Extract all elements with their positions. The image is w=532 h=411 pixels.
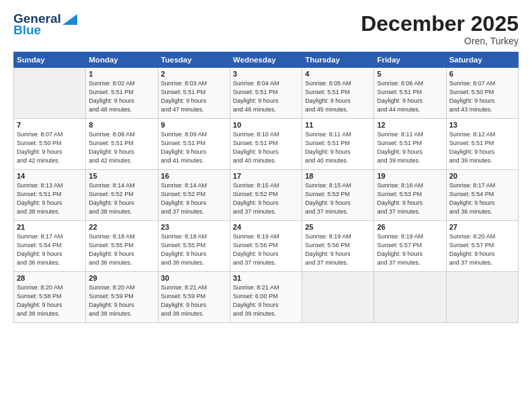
day-number: 19: [377, 172, 443, 180]
day-number: 15: [89, 172, 154, 180]
calendar-cell: 24Sunrise: 8:19 AMSunset: 5:56 PMDayligh…: [230, 221, 302, 272]
day-number: 10: [233, 121, 299, 129]
calendar-cell: 6Sunrise: 8:07 AMSunset: 5:50 PMDaylight…: [446, 68, 518, 119]
day-number: 4: [305, 70, 371, 78]
day-number: 16: [161, 172, 227, 180]
day-number: 7: [17, 121, 83, 129]
day-number: 27: [449, 223, 515, 231]
day-number: 17: [233, 172, 299, 180]
cell-content: Sunrise: 8:03 AMSunset: 5:51 PMDaylight:…: [161, 79, 227, 114]
day-number: 23: [161, 223, 227, 231]
calendar-cell: 3Sunrise: 8:04 AMSunset: 5:51 PMDaylight…: [230, 68, 302, 119]
cell-content: Sunrise: 8:20 AMSunset: 5:57 PMDaylight:…: [449, 232, 515, 267]
cell-content: Sunrise: 8:20 AMSunset: 5:59 PMDaylight:…: [89, 283, 154, 318]
calendar-cell: 15Sunrise: 8:14 AMSunset: 5:52 PMDayligh…: [86, 170, 158, 221]
calendar-cell: 29Sunrise: 8:20 AMSunset: 5:59 PMDayligh…: [86, 272, 158, 323]
cell-content: Sunrise: 8:07 AMSunset: 5:50 PMDaylight:…: [449, 79, 515, 114]
day-number: 30: [161, 274, 227, 282]
header-wednesday: Wednesday: [230, 52, 302, 68]
calendar-cell: 11Sunrise: 8:11 AMSunset: 5:51 PMDayligh…: [302, 119, 374, 170]
day-number: 2: [161, 70, 227, 78]
cell-content: Sunrise: 8:06 AMSunset: 5:51 PMDaylight:…: [377, 79, 443, 114]
cell-content: Sunrise: 8:19 AMSunset: 5:57 PMDaylight:…: [377, 232, 443, 267]
calendar-cell: 8Sunrise: 8:08 AMSunset: 5:51 PMDaylight…: [86, 119, 158, 170]
cell-content: Sunrise: 8:16 AMSunset: 5:53 PMDaylight:…: [377, 181, 443, 216]
day-number: 1: [89, 70, 154, 78]
calendar-cell: 5Sunrise: 8:06 AMSunset: 5:51 PMDaylight…: [374, 68, 446, 119]
calendar-cell: 18Sunrise: 8:15 AMSunset: 5:53 PMDayligh…: [302, 170, 374, 221]
location-subtitle: Oren, Turkey: [361, 36, 519, 46]
calendar-week-row: 7Sunrise: 8:07 AMSunset: 5:50 PMDaylight…: [14, 119, 519, 170]
header-saturday: Saturday: [446, 52, 518, 68]
calendar-cell: [302, 272, 374, 323]
cell-content: Sunrise: 8:11 AMSunset: 5:51 PMDaylight:…: [305, 130, 371, 165]
day-number: 29: [89, 274, 154, 282]
calendar-cell: 13Sunrise: 8:12 AMSunset: 5:51 PMDayligh…: [446, 119, 518, 170]
calendar-week-row: 21Sunrise: 8:17 AMSunset: 5:54 PMDayligh…: [14, 221, 519, 272]
calendar-table: SundayMondayTuesdayWednesdayThursdayFrid…: [13, 52, 519, 323]
cell-content: Sunrise: 8:13 AMSunset: 5:51 PMDaylight:…: [17, 181, 83, 216]
calendar-header-row: SundayMondayTuesdayWednesdayThursdayFrid…: [14, 52, 519, 68]
calendar-week-row: 1Sunrise: 8:02 AMSunset: 5:51 PMDaylight…: [14, 68, 519, 119]
header-thursday: Thursday: [302, 52, 374, 68]
day-number: 9: [161, 121, 227, 129]
calendar-cell: 16Sunrise: 8:14 AMSunset: 5:52 PMDayligh…: [158, 170, 230, 221]
calendar-cell: 4Sunrise: 8:05 AMSunset: 5:51 PMDaylight…: [302, 68, 374, 119]
day-number: 12: [377, 121, 443, 129]
calendar-cell: [446, 272, 518, 323]
calendar-cell: 21Sunrise: 8:17 AMSunset: 5:54 PMDayligh…: [14, 221, 86, 272]
cell-content: Sunrise: 8:07 AMSunset: 5:50 PMDaylight:…: [17, 130, 83, 165]
day-number: 20: [449, 172, 515, 180]
page-header: General Blue December 2025 Oren, Turkey: [13, 12, 519, 46]
cell-content: Sunrise: 8:09 AMSunset: 5:51 PMDaylight:…: [161, 130, 227, 165]
calendar-cell: 31Sunrise: 8:21 AMSunset: 6:00 PMDayligh…: [230, 272, 302, 323]
calendar-cell: 10Sunrise: 8:10 AMSunset: 5:51 PMDayligh…: [230, 119, 302, 170]
cell-content: Sunrise: 8:12 AMSunset: 5:51 PMDaylight:…: [449, 130, 515, 165]
calendar-cell: 19Sunrise: 8:16 AMSunset: 5:53 PMDayligh…: [374, 170, 446, 221]
svg-marker-0: [62, 14, 77, 25]
day-number: 25: [305, 223, 371, 231]
calendar-cell: 22Sunrise: 8:18 AMSunset: 5:55 PMDayligh…: [86, 221, 158, 272]
calendar-cell: 1Sunrise: 8:02 AMSunset: 5:51 PMDaylight…: [86, 68, 158, 119]
cell-content: Sunrise: 8:15 AMSunset: 5:53 PMDaylight:…: [305, 181, 371, 216]
day-number: 8: [89, 121, 154, 129]
title-block: December 2025 Oren, Turkey: [361, 12, 519, 46]
cell-content: Sunrise: 8:17 AMSunset: 5:54 PMDaylight:…: [17, 232, 83, 267]
cell-content: Sunrise: 8:11 AMSunset: 5:51 PMDaylight:…: [377, 130, 443, 165]
calendar-cell: 28Sunrise: 8:20 AMSunset: 5:58 PMDayligh…: [14, 272, 86, 323]
header-friday: Friday: [374, 52, 446, 68]
header-monday: Monday: [86, 52, 158, 68]
calendar-cell: 23Sunrise: 8:18 AMSunset: 5:55 PMDayligh…: [158, 221, 230, 272]
calendar-cell: 14Sunrise: 8:13 AMSunset: 5:51 PMDayligh…: [14, 170, 86, 221]
calendar-week-row: 28Sunrise: 8:20 AMSunset: 5:58 PMDayligh…: [14, 272, 519, 323]
calendar-cell: [374, 272, 446, 323]
day-number: 22: [89, 223, 154, 231]
day-number: 28: [17, 274, 83, 282]
day-number: 18: [305, 172, 371, 180]
day-number: 24: [233, 223, 299, 231]
day-number: 13: [449, 121, 515, 129]
cell-content: Sunrise: 8:21 AMSunset: 6:00 PMDaylight:…: [233, 283, 299, 318]
header-tuesday: Tuesday: [158, 52, 230, 68]
day-number: 6: [449, 70, 515, 78]
logo-text-blue: Blue: [13, 24, 41, 38]
day-number: 3: [233, 70, 299, 78]
calendar-cell: 9Sunrise: 8:09 AMSunset: 5:51 PMDaylight…: [158, 119, 230, 170]
day-number: 21: [17, 223, 83, 231]
cell-content: Sunrise: 8:19 AMSunset: 5:56 PMDaylight:…: [233, 232, 299, 267]
calendar-cell: 27Sunrise: 8:20 AMSunset: 5:57 PMDayligh…: [446, 221, 518, 272]
day-number: 14: [17, 172, 83, 180]
day-number: 31: [233, 274, 299, 282]
calendar-cell: 25Sunrise: 8:19 AMSunset: 5:56 PMDayligh…: [302, 221, 374, 272]
cell-content: Sunrise: 8:17 AMSunset: 5:54 PMDaylight:…: [449, 181, 515, 216]
cell-content: Sunrise: 8:18 AMSunset: 5:55 PMDaylight:…: [89, 232, 154, 267]
header-sunday: Sunday: [14, 52, 86, 68]
cell-content: Sunrise: 8:15 AMSunset: 5:52 PMDaylight:…: [233, 181, 299, 216]
calendar-cell: 12Sunrise: 8:11 AMSunset: 5:51 PMDayligh…: [374, 119, 446, 170]
cell-content: Sunrise: 8:20 AMSunset: 5:58 PMDaylight:…: [17, 283, 83, 318]
cell-content: Sunrise: 8:14 AMSunset: 5:52 PMDaylight:…: [161, 181, 227, 216]
cell-content: Sunrise: 8:14 AMSunset: 5:52 PMDaylight:…: [89, 181, 154, 216]
calendar-cell: 17Sunrise: 8:15 AMSunset: 5:52 PMDayligh…: [230, 170, 302, 221]
day-number: 5: [377, 70, 443, 78]
cell-content: Sunrise: 8:04 AMSunset: 5:51 PMDaylight:…: [233, 79, 299, 114]
